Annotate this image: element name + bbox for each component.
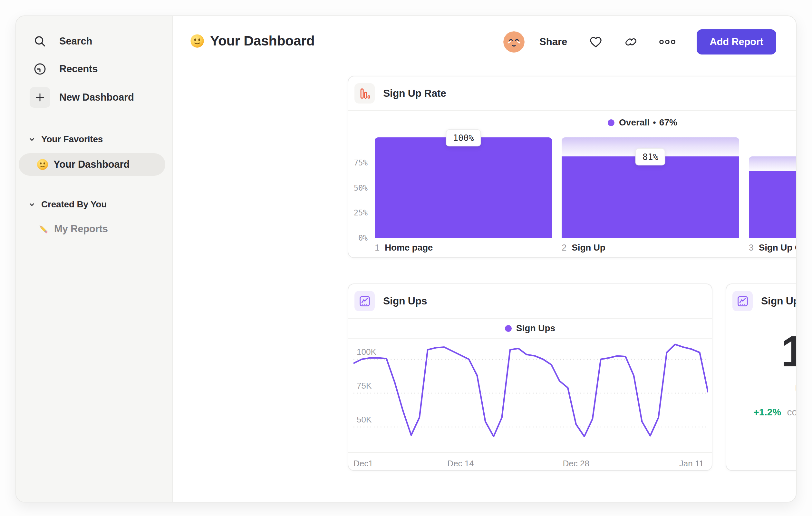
line-plot <box>353 339 708 452</box>
chevron-down-icon <box>28 135 36 143</box>
funnel-plot: 100%81%82% 75%50%25%0% <box>348 137 796 238</box>
line-x-tick: Dec1 <box>353 459 373 469</box>
line-y-tick: 100K <box>357 347 376 357</box>
main-content: Your Dashboard Share Add Report <box>173 16 796 502</box>
chevron-down-icon <box>28 200 36 209</box>
funnel-y-tick: 0% <box>348 233 368 243</box>
funnel-bar-dropoff <box>749 156 796 171</box>
bar-chart-icon <box>354 83 375 104</box>
funnel-bar-solid <box>749 171 796 238</box>
line-chart[interactable] <box>353 339 708 452</box>
line-chart-icon <box>354 291 375 311</box>
header-actions: Share Add Report <box>503 29 776 55</box>
stat-value: 100K <box>726 329 796 373</box>
stat-delta: +1.2% <box>753 407 781 417</box>
legend-label: Overall <box>619 117 649 128</box>
sidebar-item-new-dashboard[interactable]: New Dashboard <box>16 84 172 110</box>
line-x-tick: Dec 14 <box>447 459 474 469</box>
funnel-bar-solid <box>562 156 739 238</box>
sidebar-item-your-dashboard[interactable]: Your Dashboard <box>19 153 165 176</box>
step-name: Home page <box>385 243 433 253</box>
section-title: Created By You <box>41 199 107 210</box>
funnel-bar[interactable]: 100% <box>375 137 552 238</box>
page-header: Your Dashboard Share Add Report <box>173 16 796 68</box>
legend-dot <box>505 325 512 332</box>
card-header: Sign Ups Today <box>726 284 796 318</box>
sidebar-section-created-by-you[interactable]: Created By You <box>16 195 172 214</box>
line-chart-icon <box>732 291 753 311</box>
line-x-axis: Dec1Dec 14Dec 28Jan 11 <box>348 452 712 471</box>
card-header: Sign Up Rate <box>348 76 796 110</box>
step-number: 1 <box>375 243 380 253</box>
card-header: Sign Ups <box>348 284 712 318</box>
add-report-button[interactable]: Add Report <box>697 29 776 55</box>
line-x-tick: Jan 11 <box>679 459 704 469</box>
sidebar-item-label: Recents <box>59 63 98 75</box>
stat-delta-row: +1.2% compared to previous period <box>726 407 796 418</box>
sign-up-rate-card: Sign Up Rate Overall • 67% 100%81%82% 75… <box>348 76 796 258</box>
legend-dot <box>608 119 614 126</box>
more-options-icon[interactable] <box>659 38 676 46</box>
card-title: Sign Ups <box>383 295 427 307</box>
funnel-legend: Overall • 67% <box>348 115 796 130</box>
step-number: 3 <box>749 243 754 253</box>
avatar[interactable] <box>503 31 525 53</box>
funnel-y-tick: 25% <box>348 208 368 218</box>
funnel-bar-solid <box>375 137 552 238</box>
sign-ups-card: Sign Ups Sign Ups Dec1Dec 14Dec 28Jan 11… <box>348 283 713 471</box>
share-button[interactable]: Share <box>540 36 567 48</box>
funnel-bar[interactable]: 81% <box>562 137 739 238</box>
sidebar-item-label: My Reports <box>54 223 108 235</box>
stat-delta-caption: compared to previous period <box>787 407 796 417</box>
funnel-step-labels: 1Home page2Sign Up3Sign Up Confirmation <box>375 243 796 253</box>
sidebar-item-my-reports[interactable]: My Reports <box>16 219 172 239</box>
step-number: 2 <box>562 243 567 253</box>
sidebar-item-recents[interactable]: Recents <box>16 55 172 83</box>
funnel-step-label: 1Home page <box>375 243 552 253</box>
funnel-step-label: 3Sign Up Confirmation <box>749 243 796 253</box>
stat-body: 100K Unique Users +1.2% compared to prev… <box>726 329 796 418</box>
pencil-icon <box>37 222 50 236</box>
funnel-value-tooltip: 100% <box>446 129 481 146</box>
sidebar-item-label: New Dashboard <box>59 91 134 103</box>
sidebar-item-label: Search <box>59 35 92 47</box>
copy-link-icon[interactable] <box>625 35 637 48</box>
legend-separator: • <box>653 117 656 128</box>
funnel-bars: 100%81%82% <box>375 137 796 238</box>
step-name: Sign Up Confirmation <box>759 243 796 253</box>
stat-unit-label: Unique Users <box>726 383 796 396</box>
favorite-heart-icon[interactable] <box>588 34 603 49</box>
line-x-tick: Dec 28 <box>562 459 589 469</box>
divider <box>348 110 796 111</box>
step-name: Sign Up <box>572 243 605 253</box>
funnel-y-tick: 75% <box>348 158 368 168</box>
funnel-value-tooltip: 81% <box>635 148 665 165</box>
line-y-tick: 75K <box>357 381 372 391</box>
legend-label: Sign Ups <box>516 323 555 333</box>
card-title: Sign Ups Today <box>761 295 796 307</box>
sidebar-section-your-favorites[interactable]: Your Favorites <box>16 130 172 149</box>
line-series <box>353 345 708 437</box>
search-icon <box>33 34 47 48</box>
funnel-bar[interactable]: 82% <box>749 137 796 238</box>
funnel-step-label: 2Sign Up <box>562 243 739 253</box>
sidebar: Search Recents New Dashboard Your Favori… <box>16 16 173 502</box>
line-legend: Sign Ups <box>348 319 712 338</box>
section-title: Your Favorites <box>41 134 103 144</box>
legend-value: 67% <box>659 117 677 128</box>
sign-ups-today-card: Sign Ups Today 100K Unique Users +1.2% c… <box>726 283 796 471</box>
plus-icon <box>30 87 50 108</box>
smiley-icon <box>190 34 204 48</box>
funnel-y-tick: 50% <box>348 183 368 193</box>
clock-icon <box>33 62 47 76</box>
sidebar-item-search[interactable]: Search <box>16 28 172 55</box>
page-title: Your Dashboard <box>190 33 315 49</box>
app-window: Search Recents New Dashboard Your Favori… <box>16 16 796 503</box>
line-y-tick: 50K <box>357 415 372 425</box>
smiley-icon <box>37 159 48 170</box>
sidebar-item-label: Your Dashboard <box>54 159 129 170</box>
card-title: Sign Up Rate <box>383 87 446 99</box>
